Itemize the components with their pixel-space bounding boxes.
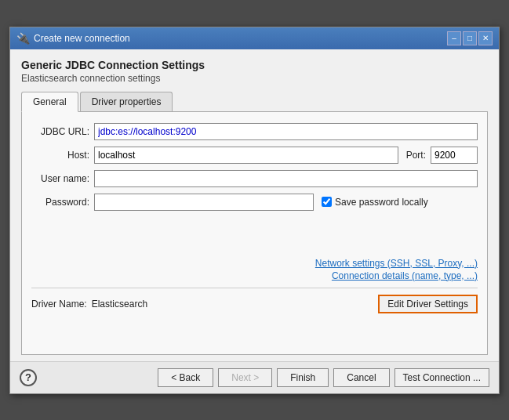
- title-bar-controls: – □ ✕: [447, 31, 493, 45]
- port-label: Port:: [406, 150, 426, 161]
- title-bar: 🔌 Create new connection – □ ✕: [10, 27, 499, 49]
- tab-bar: General Driver properties: [21, 92, 488, 112]
- tab-general[interactable]: General: [21, 92, 78, 112]
- password-row: Password: Save password locally: [31, 194, 478, 211]
- username-label: User name:: [31, 173, 94, 184]
- help-button[interactable]: ?: [20, 369, 37, 386]
- driver-name: Elasticsearch: [92, 299, 379, 310]
- content-panel: JDBC URL: Host: Port: User name: Passwor…: [21, 112, 488, 355]
- driver-row: Driver Name: Elasticsearch Edit Driver S…: [31, 288, 478, 313]
- save-password-label: Save password locally: [335, 197, 428, 208]
- main-title: Generic JDBC Connection Settings: [21, 59, 488, 71]
- connection-details-link[interactable]: Connection details (name, type, ...): [332, 270, 478, 281]
- sub-title: Elasticsearch connection settings: [21, 73, 488, 84]
- edit-driver-button[interactable]: Edit Driver Settings: [378, 295, 478, 313]
- minimize-button[interactable]: –: [447, 31, 461, 45]
- main-window: 🔌 Create new connection – □ ✕ Generic JD…: [9, 27, 500, 394]
- next-button[interactable]: Next >: [218, 368, 272, 387]
- host-port-row: Host: Port:: [31, 147, 478, 164]
- save-password-row: Save password locally: [322, 197, 428, 208]
- password-input[interactable]: [94, 194, 314, 211]
- save-password-checkbox[interactable]: [322, 197, 332, 207]
- back-button[interactable]: < Back: [158, 368, 213, 387]
- tab-driver-properties[interactable]: Driver properties: [80, 92, 173, 111]
- host-port-inputs: Port:: [94, 147, 478, 164]
- network-settings-link[interactable]: Network settings (SSH, SSL, Proxy, ...): [315, 258, 478, 269]
- jdbc-url-input[interactable]: [94, 123, 478, 140]
- close-button[interactable]: ✕: [478, 31, 493, 45]
- window-title: Create new connection: [34, 33, 447, 44]
- password-label: Password:: [31, 197, 94, 208]
- host-label: Host:: [31, 150, 94, 161]
- finish-button[interactable]: Finish: [277, 368, 329, 387]
- bottom-bar: ? < Back Next > Finish Cancel Test Conne…: [10, 361, 499, 393]
- driver-label: Driver Name:: [31, 299, 87, 310]
- username-row: User name:: [31, 170, 478, 187]
- cancel-button[interactable]: Cancel: [333, 368, 389, 387]
- port-input[interactable]: [431, 147, 478, 164]
- window-icon: 🔌: [16, 32, 29, 45]
- host-input[interactable]: [94, 147, 398, 164]
- maximize-button[interactable]: □: [463, 31, 477, 45]
- username-input[interactable]: [94, 170, 478, 187]
- window-body: Generic JDBC Connection Settings Elastic…: [10, 49, 499, 361]
- test-connection-button[interactable]: Test Connection ...: [394, 368, 489, 387]
- jdbc-url-row: JDBC URL:: [31, 123, 478, 140]
- links-section: Network settings (SSH, SSL, Proxy, ...) …: [31, 258, 478, 281]
- jdbc-url-label: JDBC URL:: [31, 126, 94, 137]
